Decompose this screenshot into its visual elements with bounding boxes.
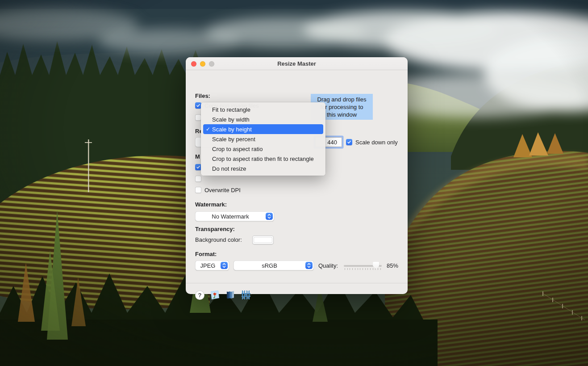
- help-button[interactable]: ?: [195, 290, 204, 300]
- menu-item-label: Scale by percent: [212, 136, 255, 143]
- format-section-header: Format:: [195, 251, 217, 257]
- menu-item-scale-by-width[interactable]: Scale by width: [203, 114, 323, 124]
- format-type-popup[interactable]: JPEG: [195, 261, 229, 270]
- quality-label: Quality:: [318, 262, 338, 269]
- contact-sheet-grid-icon[interactable]: [241, 290, 251, 300]
- zoom-button[interactable]: [209, 61, 214, 67]
- desktop: Resize Master Files: Copy non image file…: [0, 0, 588, 366]
- dropzone-line-3: this window: [327, 111, 357, 118]
- colorspace-value: sRGB: [234, 262, 305, 269]
- menu-item-crop-to-aspect-ratio-then-fit-to-rectangle[interactable]: Crop to aspect ratio then fit to rectang…: [203, 154, 323, 164]
- menu-item-label: Crop to aspect ratio then fit to rectang…: [212, 156, 314, 162]
- menu-item-label: Do not resize: [212, 165, 246, 172]
- transparency-section-header: Transparency:: [195, 226, 235, 232]
- metadata-checkbox-2[interactable]: [195, 176, 201, 182]
- stepper-icon: [266, 213, 273, 220]
- titlebar[interactable]: Resize Master: [186, 57, 408, 70]
- background-color-well[interactable]: [252, 236, 274, 244]
- photo-tulip-icon[interactable]: [209, 290, 220, 300]
- stepper-icon: [305, 262, 313, 269]
- copy-non-image-files-checkbox[interactable]: [195, 102, 201, 109]
- format-type-value: JPEG: [195, 262, 221, 269]
- dropdown-menu: Fit to rectangleScale by width✓Scale by …: [201, 102, 325, 176]
- window-title: Resize Master: [277, 60, 316, 67]
- close-button[interactable]: [191, 61, 196, 67]
- files-second-checkbox[interactable]: [195, 114, 201, 121]
- watermark-popup[interactable]: No Watermark: [195, 211, 274, 221]
- book-pages-icon[interactable]: [225, 290, 236, 300]
- watermark-section-header: Watermark:: [195, 201, 227, 208]
- watermark-popup-value: No Watermark: [195, 213, 266, 220]
- metadata-section-header: M: [195, 153, 200, 160]
- resize-master-window: Resize Master Files: Copy non image file…: [186, 57, 408, 294]
- menu-item-do-not-resize[interactable]: Do not resize: [203, 164, 323, 173]
- dropzone-line-2: for processing to: [320, 103, 363, 111]
- menu-item-label: Crop to aspect ratio: [212, 146, 263, 152]
- scale-down-only-label: Scale down only: [355, 139, 398, 146]
- menu-item-label: Scale by width: [212, 116, 250, 123]
- menu-item-fit-to-rectangle[interactable]: Fit to rectangle: [203, 105, 323, 114]
- overwrite-dpi-checkbox[interactable]: [195, 187, 201, 193]
- colorspace-popup[interactable]: sRGB: [234, 261, 314, 270]
- toolbar-separator: [186, 283, 408, 283]
- checkmark-icon: ✓: [203, 126, 212, 132]
- menu-item-label: Fit to rectangle: [212, 106, 250, 113]
- dropzone-line-1: Drag and drop files: [317, 96, 367, 103]
- metadata-checkbox-1[interactable]: [195, 164, 201, 170]
- menu-item-scale-by-percent[interactable]: Scale by percent: [203, 134, 323, 144]
- quality-slider[interactable]: [344, 261, 382, 272]
- files-section-header: Files:: [195, 93, 210, 99]
- minimize-button[interactable]: [200, 61, 205, 67]
- overwrite-dpi-label: Overwrite DPI: [204, 187, 241, 194]
- menu-item-scale-by-height[interactable]: ✓Scale by height: [203, 124, 323, 134]
- scale-down-only-checkbox[interactable]: [346, 139, 352, 145]
- menu-item-crop-to-aspect-ratio[interactable]: Crop to aspect ratio: [203, 144, 323, 154]
- menu-item-label: Scale by height: [212, 126, 252, 133]
- background-color-label: Background color:: [195, 236, 242, 243]
- quality-value: 85%: [387, 262, 398, 269]
- stepper-icon: [221, 262, 228, 269]
